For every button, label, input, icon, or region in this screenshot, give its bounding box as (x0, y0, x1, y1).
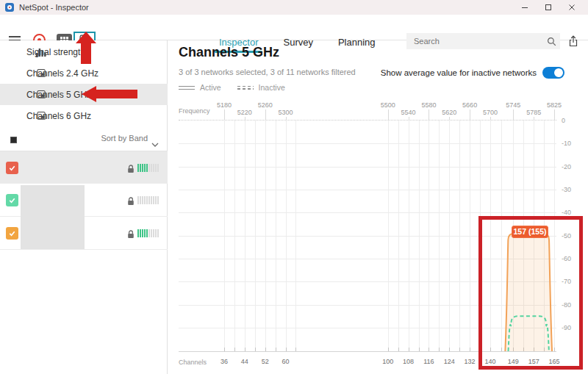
x-axis-tick-mark (409, 348, 409, 351)
x-axis-tick-mark (255, 348, 256, 351)
frequency-tick-label: 5580 (416, 101, 441, 109)
signal-bar (155, 229, 157, 237)
lock-icon (127, 163, 135, 176)
channel-tick-label: 44 (234, 358, 256, 365)
chart-vertical-gridline (459, 121, 460, 351)
signal-bar (137, 229, 139, 237)
channels-icon (36, 68, 47, 80)
x-axis-tick-mark (419, 348, 420, 351)
signal-bar (155, 196, 157, 204)
chart-vertical-gridline (449, 121, 450, 351)
sidebar-item-channels-6-ghz[interactable]: Channels 6 GHz (0, 105, 168, 126)
frequency-tick-label: 5660 (457, 101, 482, 109)
signal-bars (137, 164, 159, 172)
average-toggle-label: Show average value for inactive networks (381, 68, 537, 77)
channel-tick-label: 52 (254, 358, 276, 365)
chart-vertical-gridline (234, 121, 235, 351)
average-toggle[interactable] (542, 67, 564, 79)
frequency-tick-mark (224, 109, 225, 120)
signal-bar (146, 196, 148, 204)
signal-bar (153, 196, 154, 204)
chart-vertical-gridline (419, 121, 420, 351)
tab-planning[interactable]: Planning (337, 29, 377, 54)
channel-tick-label: 132 (459, 358, 481, 365)
x-axis-tick-mark (276, 348, 276, 351)
tab-survey[interactable]: Survey (282, 29, 314, 54)
y-axis-tick-label: 0 (562, 117, 584, 124)
network-checkbox[interactable] (6, 194, 18, 206)
close-button[interactable] (563, 0, 581, 15)
chart-vertical-gridline (255, 121, 256, 351)
signal-bar (146, 229, 148, 237)
inactive-line-swatch (237, 86, 254, 90)
minimize-icon (521, 4, 528, 11)
signal-bar (142, 196, 143, 204)
channel-tick-label: 36 (213, 358, 235, 365)
frequency-tick-mark (554, 109, 555, 120)
sidebar-item-channels-2-4-ghz[interactable]: Channels 2.4 GHz (0, 62, 168, 84)
chart-zero-axis-line (179, 120, 556, 121)
legend-label: Inactive (259, 83, 285, 92)
minimize-button[interactable] (516, 0, 534, 15)
chart-horizontal-gridline (179, 190, 556, 190)
page-title: Channels 5 GHz (179, 45, 279, 60)
channels-icon (36, 111, 47, 123)
select-all-checkbox[interactable] (10, 137, 17, 143)
frequency-tick-label: 5500 (376, 101, 401, 109)
network-checkbox[interactable] (6, 162, 18, 174)
chart-horizontal-gridline (179, 167, 556, 168)
y-axis-tick-label: -40 (562, 209, 584, 216)
signal-bar (142, 164, 143, 172)
signal-bar (142, 229, 143, 237)
chart-vertical-gridline (409, 121, 409, 351)
frequency-tick-label: 5220 (232, 109, 257, 116)
frequency-tick-mark (513, 109, 514, 120)
x-axis-tick-mark (286, 348, 287, 351)
chart-vertical-gridline (276, 121, 276, 351)
search-icon[interactable] (547, 36, 556, 49)
share-button[interactable] (564, 32, 582, 50)
lock-icon (127, 229, 135, 242)
signal-bar (146, 164, 148, 172)
channel-tick-label: 108 (398, 358, 420, 365)
network-row[interactable] (0, 151, 168, 184)
lock-icon (127, 195, 135, 209)
y-axis-tick-label: -10 (562, 140, 584, 147)
y-axis-tick-label: -20 (562, 163, 584, 170)
networks-summary: 3 of 3 networks selected, 3 of 11 networ… (179, 68, 356, 76)
chart-vertical-gridline (265, 121, 266, 351)
share-icon (568, 35, 578, 47)
frequency-tick-mark (265, 109, 266, 120)
app-logo-icon (5, 3, 14, 12)
channel-tick-label: 60 (275, 358, 297, 365)
x-axis-tick-mark (224, 348, 225, 351)
frequency-tick-label: 5745 (501, 101, 526, 109)
maximize-button[interactable] (539, 0, 557, 15)
signal-bar (144, 196, 146, 204)
frequency-axis-label: Frequency (179, 107, 210, 115)
signal-bar (148, 196, 150, 204)
signal-bar (157, 164, 159, 172)
titlebar: NetSpot - Inspector (0, 0, 588, 15)
close-icon (568, 4, 576, 11)
frequency-tick-label: 5700 (478, 109, 503, 116)
frequency-tick-label: 5540 (396, 109, 421, 116)
frequency-tick-mark (409, 117, 409, 120)
annotation-highlight-box (478, 216, 583, 370)
x-axis-tick-mark (470, 348, 470, 351)
frequency-tick-label: 5180 (212, 101, 237, 109)
redacted-network-names (21, 185, 85, 249)
sort-by-band-dropdown[interactable]: Sort by Band (101, 134, 148, 143)
signal-bar (148, 164, 150, 172)
search-input[interactable] (406, 33, 560, 49)
network-checkbox[interactable] (6, 227, 18, 240)
frequency-tick-label: 5620 (437, 109, 462, 116)
x-axis-tick-mark (449, 348, 450, 351)
signal-bar (140, 164, 141, 172)
chart-vertical-gridline (224, 121, 225, 351)
chevron-down-icon (151, 137, 159, 150)
signal-bars (137, 196, 159, 204)
signal-bar (144, 164, 146, 172)
legend-label: Active (200, 83, 221, 92)
frequency-tick-mark (470, 109, 470, 120)
